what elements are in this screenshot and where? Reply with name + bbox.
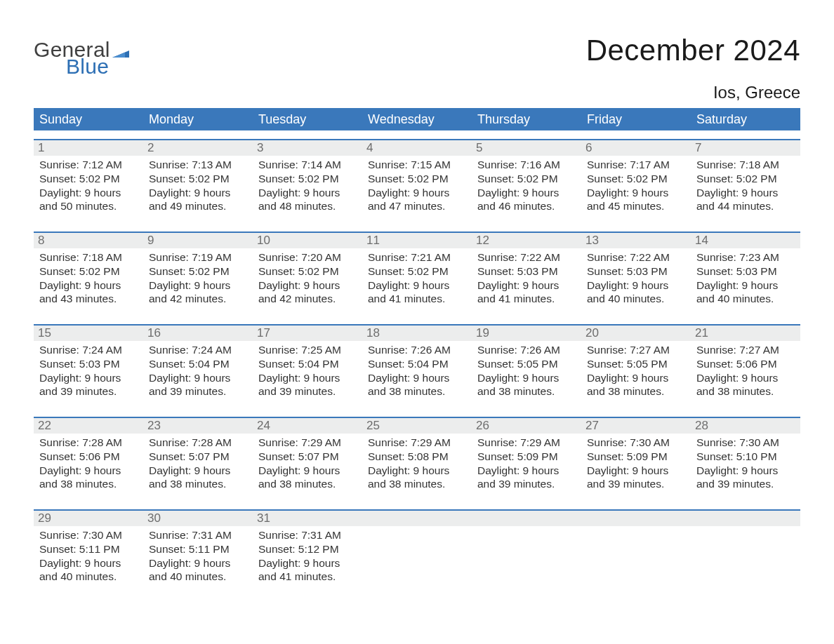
daylight-text-2: and 39 minutes.: [696, 477, 795, 491]
sunrise-text: Sunrise: 7:26 AM: [368, 343, 466, 357]
day-number: 15: [34, 326, 143, 340]
sunrise-text: Sunrise: 7:24 AM: [39, 343, 138, 357]
sunrise-text: Sunrise: 7:20 AM: [258, 250, 357, 264]
daylight-text-2: and 41 minutes.: [477, 292, 576, 306]
sunset-text: Sunset: 5:02 PM: [39, 172, 138, 186]
sunrise-text: Sunrise: 7:18 AM: [696, 158, 795, 172]
daylight-text-2: and 44 minutes.: [696, 199, 795, 213]
day-cell: Sunrise: 7:30 AMSunset: 5:09 PMDaylight:…: [581, 434, 691, 501]
daylight-text-1: Daylight: 9 hours: [696, 371, 795, 385]
sunset-text: Sunset: 5:08 PM: [368, 450, 466, 464]
day-cell: [472, 526, 581, 593]
daylight-text-1: Daylight: 9 hours: [368, 464, 466, 478]
day-number: 9: [143, 234, 253, 248]
sunset-text: Sunset: 5:02 PM: [149, 172, 247, 186]
daylight-text-1: Daylight: 9 hours: [368, 371, 466, 385]
day-cell: Sunrise: 7:29 AMSunset: 5:07 PMDaylight:…: [253, 434, 362, 501]
title-block: December 2024 Ios, Greece: [586, 21, 800, 102]
sunset-text: Sunset: 5:02 PM: [39, 264, 138, 279]
daylight-text-1: Daylight: 9 hours: [39, 279, 138, 293]
sunset-text: Sunset: 5:11 PM: [39, 542, 138, 556]
day-number: 24: [253, 419, 362, 433]
weekday-header: Sunday: [34, 112, 143, 127]
day-number-row: 1 2 3 4 5 6 7: [34, 140, 800, 156]
daylight-text-2: and 39 minutes.: [477, 477, 576, 491]
day-number: 16: [143, 326, 253, 340]
daylight-text-2: and 39 minutes.: [587, 477, 685, 491]
sunset-text: Sunset: 5:02 PM: [258, 264, 357, 279]
sunset-text: Sunset: 5:07 PM: [149, 450, 247, 464]
day-number-row: 15 16 17 18 19 20 21: [34, 326, 800, 341]
weekday-header: Saturday: [691, 112, 800, 127]
day-cell: Sunrise: 7:28 AMSunset: 5:07 PMDaylight:…: [143, 434, 253, 501]
sunset-text: Sunset: 5:02 PM: [696, 172, 795, 186]
sunset-text: Sunset: 5:06 PM: [696, 357, 795, 371]
day-content-row: Sunrise: 7:30 AMSunset: 5:11 PMDaylight:…: [34, 526, 800, 593]
daylight-text-1: Daylight: 9 hours: [477, 186, 576, 200]
sunrise-text: Sunrise: 7:28 AM: [149, 436, 247, 450]
day-number: 7: [691, 141, 800, 155]
daylight-text-2: and 40 minutes.: [587, 292, 685, 306]
day-number-row: 29 30 31: [34, 511, 800, 526]
location-label: Ios, Greece: [586, 83, 800, 102]
brand-logo: General Blue: [34, 39, 129, 79]
sunrise-text: Sunrise: 7:28 AM: [39, 436, 138, 450]
daylight-text-1: Daylight: 9 hours: [368, 279, 466, 293]
day-cell: [362, 526, 472, 593]
day-number: 20: [581, 326, 691, 340]
daylight-text-1: Daylight: 9 hours: [149, 556, 247, 570]
daylight-text-2: and 40 minutes.: [149, 570, 247, 584]
sunset-text: Sunset: 5:02 PM: [368, 264, 466, 279]
header-area: General Blue December 2024 Ios, Greece: [34, 21, 800, 102]
sunrise-text: Sunrise: 7:31 AM: [149, 528, 247, 542]
calendar-grid: Sunday Monday Tuesday Wednesday Thursday…: [34, 108, 800, 593]
sunrise-text: Sunrise: 7:29 AM: [258, 436, 357, 450]
day-number: 17: [253, 326, 362, 340]
daylight-text-2: and 50 minutes.: [39, 199, 138, 213]
daylight-text-2: and 41 minutes.: [258, 570, 357, 584]
sunset-text: Sunset: 5:10 PM: [696, 450, 795, 464]
day-cell: Sunrise: 7:29 AMSunset: 5:09 PMDaylight:…: [472, 434, 581, 501]
daylight-text-2: and 38 minutes.: [258, 477, 357, 491]
daylight-text-2: and 39 minutes.: [258, 384, 357, 398]
sunrise-text: Sunrise: 7:31 AM: [258, 528, 357, 542]
day-cell: [581, 526, 691, 593]
daylight-text-1: Daylight: 9 hours: [258, 279, 357, 293]
daylight-text-1: Daylight: 9 hours: [39, 556, 138, 570]
daylight-text-2: and 38 minutes.: [587, 384, 685, 398]
day-number: 30: [143, 511, 253, 525]
day-cell: Sunrise: 7:24 AMSunset: 5:04 PMDaylight:…: [143, 341, 253, 408]
daylight-text-2: and 42 minutes.: [258, 292, 357, 306]
daylight-text-1: Daylight: 9 hours: [258, 556, 357, 570]
day-number: 10: [253, 234, 362, 248]
day-number: 29: [34, 511, 143, 525]
day-number: 13: [581, 234, 691, 248]
day-number: 26: [472, 419, 581, 433]
sunrise-text: Sunrise: 7:19 AM: [149, 250, 247, 264]
daylight-text-1: Daylight: 9 hours: [696, 279, 795, 293]
week-row: 29 30 31 Sunrise: 7:30 AMSunset: 5:11 PM…: [34, 509, 800, 593]
daylight-text-2: and 38 minutes.: [368, 384, 466, 398]
daylight-text-1: Daylight: 9 hours: [258, 371, 357, 385]
day-number: 18: [362, 326, 472, 340]
daylight-text-2: and 46 minutes.: [477, 199, 576, 213]
week-row: 8 9 10 11 12 13 14 Sunrise: 7:18 AMSunse…: [34, 232, 800, 316]
day-cell: Sunrise: 7:17 AM Sunset: 5:02 PM Dayligh…: [581, 156, 691, 223]
day-cell: Sunrise: 7:27 AMSunset: 5:06 PMDaylight:…: [691, 341, 800, 408]
sunrise-text: Sunrise: 7:30 AM: [587, 436, 685, 450]
day-cell: Sunrise: 7:26 AMSunset: 5:04 PMDaylight:…: [362, 341, 472, 408]
sunrise-text: Sunrise: 7:14 AM: [258, 158, 357, 172]
day-number: 6: [581, 141, 691, 155]
sunset-text: Sunset: 5:02 PM: [258, 172, 357, 186]
brand-word-blue: Blue: [66, 55, 109, 79]
sunset-text: Sunset: 5:07 PM: [258, 450, 357, 464]
day-cell: Sunrise: 7:14 AM Sunset: 5:02 PM Dayligh…: [253, 156, 362, 223]
day-number: 1: [34, 141, 143, 155]
day-content-row: Sunrise: 7:24 AMSunset: 5:03 PMDaylight:…: [34, 341, 800, 408]
daylight-text-1: Daylight: 9 hours: [368, 186, 466, 200]
day-cell: Sunrise: 7:27 AMSunset: 5:05 PMDaylight:…: [581, 341, 691, 408]
day-number-row: 22 23 24 25 26 27 28: [34, 418, 800, 434]
day-content-row: Sunrise: 7:18 AMSunset: 5:02 PMDaylight:…: [34, 248, 800, 316]
day-cell: Sunrise: 7:24 AMSunset: 5:03 PMDaylight:…: [34, 341, 143, 408]
day-number: 28: [691, 419, 800, 433]
